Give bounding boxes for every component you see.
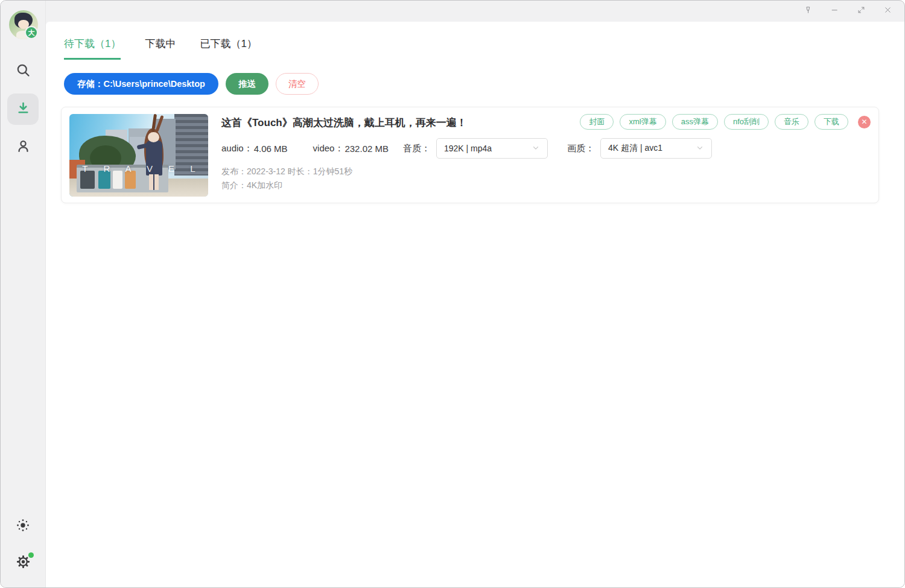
remove-x-icon: ✕ bbox=[861, 118, 867, 126]
search-icon bbox=[15, 62, 31, 81]
tag-music[interactable]: 音乐 bbox=[775, 114, 808, 130]
sidebar-item-user[interactable] bbox=[11, 135, 35, 159]
maximize-button[interactable] bbox=[848, 2, 874, 21]
pin-window-button[interactable] bbox=[795, 2, 821, 21]
video-quality-label: 画质： bbox=[567, 143, 594, 154]
minimize-button[interactable] bbox=[821, 2, 848, 21]
audio-quality-selected: 192K | mp4a bbox=[444, 144, 492, 153]
item-info: 这首《Touch》高潮太过洗脑，戴上耳机，再来一遍！ 封面 xml弹幕 ass弹… bbox=[221, 114, 871, 196]
video-thumbnail[interactable]: T R A V E L bbox=[69, 114, 208, 197]
user-icon bbox=[15, 138, 31, 157]
thumbnail-art-character bbox=[148, 132, 159, 142]
video-size-value: 232.02 MB bbox=[345, 144, 389, 154]
tab-bar: 待下载（1） 下载中 已下载（1） bbox=[64, 37, 904, 60]
tag-cover[interactable]: 封面 bbox=[580, 114, 614, 130]
tab-downloading[interactable]: 下载中 bbox=[145, 37, 176, 60]
tab-pending[interactable]: 待下载（1） bbox=[64, 37, 121, 60]
tag-nfo-scrape[interactable]: nfo刮削 bbox=[724, 114, 769, 130]
toolbar: 存储：C:\Users\prince\Desktop 推送 清空 bbox=[64, 73, 904, 95]
settings-button[interactable] bbox=[11, 551, 35, 575]
intro-info: 简介：4K加水印 bbox=[221, 180, 871, 191]
theme-toggle-button[interactable] bbox=[11, 514, 35, 539]
sidebar-item-search[interactable] bbox=[11, 59, 35, 83]
tag-download[interactable]: 下载 bbox=[815, 114, 848, 130]
titlebar bbox=[1, 1, 904, 22]
chevron-down-icon bbox=[696, 144, 704, 154]
tag-xml-danmaku[interactable]: xml弹幕 bbox=[620, 114, 665, 130]
maximize-icon bbox=[857, 5, 866, 17]
publish-info: 发布：2022-3-12 时长：1分钟51秒 bbox=[221, 166, 871, 177]
video-size-label: video： bbox=[313, 143, 344, 154]
clear-button[interactable]: 清空 bbox=[276, 73, 319, 95]
chevron-down-icon bbox=[532, 144, 540, 154]
audio-size-value: 4.06 MB bbox=[254, 144, 288, 154]
thumbnail-overlay-text: T R A V E L bbox=[69, 163, 208, 174]
sidebar: 大 bbox=[1, 1, 46, 587]
brightness-icon bbox=[15, 517, 31, 536]
pin-icon bbox=[804, 5, 813, 17]
audio-quality-select[interactable]: 192K | mp4a bbox=[436, 138, 548, 159]
tab-downloaded[interactable]: 已下载（1） bbox=[200, 37, 256, 60]
remove-item-button[interactable]: ✕ bbox=[858, 116, 871, 128]
settings-update-dot bbox=[28, 552, 34, 558]
main-content: 待下载（1） 下载中 已下载（1） 存储：C:\Users\prince\Des… bbox=[46, 22, 904, 587]
avatar-level-badge: 大 bbox=[25, 26, 38, 39]
audio-quality-label: 音质： bbox=[403, 143, 430, 154]
download-item-card: T R A V E L 这首《Touch》高潮太过洗脑，戴上耳机，再来一遍！ 封… bbox=[61, 107, 879, 203]
storage-path-button[interactable]: 存储：C:\Users\prince\Desktop bbox=[64, 73, 218, 95]
thumbnail-art-character bbox=[149, 174, 159, 190]
video-quality-selected: 4K 超清 | avc1 bbox=[608, 143, 662, 154]
video-quality-select[interactable]: 4K 超清 | avc1 bbox=[600, 138, 712, 159]
video-title: 这首《Touch》高潮太过洗脑，戴上耳机，再来一遍！ bbox=[221, 116, 467, 130]
close-window-button[interactable] bbox=[874, 2, 901, 21]
window-controls bbox=[795, 1, 901, 22]
tag-ass-danmaku[interactable]: ass弹幕 bbox=[672, 114, 718, 130]
item-tag-bar: 封面 xml弹幕 ass弹幕 nfo刮削 音乐 下载 ✕ bbox=[580, 114, 871, 130]
audio-size-label: audio： bbox=[221, 143, 253, 154]
app-window: 大 bbox=[0, 0, 905, 588]
item-meta-row: audio： 4.06 MB video： 232.02 MB 音质： 192K… bbox=[221, 138, 871, 159]
minimize-icon bbox=[830, 5, 839, 17]
close-icon bbox=[883, 5, 892, 17]
sidebar-item-downloads[interactable] bbox=[7, 93, 39, 125]
download-icon bbox=[15, 100, 31, 119]
push-button[interactable]: 推送 bbox=[226, 73, 268, 95]
